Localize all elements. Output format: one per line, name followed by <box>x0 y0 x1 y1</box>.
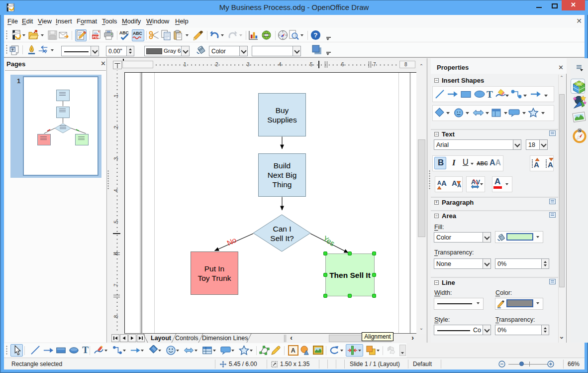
svg-text:A: A <box>471 179 476 186</box>
svg-text:T: T <box>487 89 493 100</box>
svg-text:A: A <box>548 160 553 169</box>
svg-text:?: ? <box>313 31 317 39</box>
svg-text:A: A <box>441 179 447 187</box>
svg-text:A: A <box>291 347 295 354</box>
svg-text:PDF: PDF <box>93 35 100 39</box>
svg-text:T: T <box>82 345 89 355</box>
svg-text:ABC: ABC <box>133 31 143 36</box>
svg-text:A: A <box>452 179 457 187</box>
svg-text:A: A <box>437 180 441 186</box>
svg-text:A: A <box>534 160 539 169</box>
svg-text:V: V <box>476 179 480 186</box>
svg-text:N: N <box>579 128 581 133</box>
